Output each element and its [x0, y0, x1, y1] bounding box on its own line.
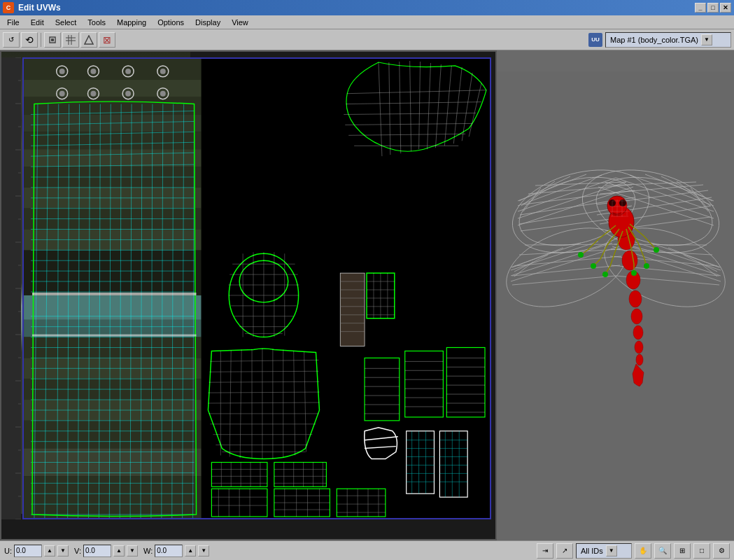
- svg-line-136: [208, 402, 319, 403]
- svg-point-351: [622, 251, 637, 270]
- 3d-viewport[interactable]: [497, 50, 734, 540]
- svg-rect-199: [439, 431, 467, 497]
- map-dropdown[interactable]: Map #1 (body_color.TGA) ▼: [605, 32, 731, 48]
- v-down-button[interactable]: ▼: [127, 545, 138, 556]
- w-label: W:: [143, 547, 153, 555]
- menu-mapping[interactable]: Mapping: [111, 17, 152, 28]
- rotate-tool-button[interactable]: ↗: [556, 543, 573, 559]
- svg-line-144: [240, 349, 241, 458]
- svg-line-196: [365, 437, 398, 440]
- svg-rect-252: [340, 273, 365, 346]
- status-right: ⇥ ↗ All IDs ▼ ✋ 🔍 ⊞ □ ⚙: [537, 543, 730, 559]
- svg-line-197: [365, 447, 396, 449]
- w-down-button[interactable]: ▼: [198, 545, 209, 556]
- w-input[interactable]: [155, 545, 183, 557]
- toolbar-grid-button[interactable]: [62, 32, 79, 48]
- toolbar-undo-button[interactable]: ⟲: [21, 32, 38, 48]
- svg-rect-24: [24, 421, 201, 449]
- menu-display[interactable]: Display: [190, 17, 226, 28]
- allids-dropdown[interactable]: All IDs ▼: [576, 543, 632, 559]
- menu-bar: File Edit Select Tools Mapping Options D…: [0, 15, 734, 29]
- u-label: U:: [4, 547, 12, 555]
- uv-viewport[interactable]: [0, 50, 497, 540]
- map-dropdown-arrow[interactable]: ▼: [701, 34, 712, 46]
- svg-point-363: [591, 264, 595, 268]
- zoom-button[interactable]: 🔍: [654, 543, 671, 559]
- svg-rect-26: [24, 476, 201, 518]
- texture-button[interactable]: □: [693, 543, 710, 559]
- menu-file[interactable]: File: [1, 17, 25, 28]
- svg-point-354: [631, 309, 642, 324]
- options-button[interactable]: ⚙: [713, 543, 730, 559]
- map-name: Map #1 (body_color.TGA): [610, 36, 698, 44]
- move-icon: [48, 35, 57, 45]
- menu-options[interactable]: Options: [152, 17, 190, 28]
- menu-tools[interactable]: Tools: [82, 17, 111, 28]
- toolbar-stop-button[interactable]: ⊠: [99, 32, 115, 48]
- window-title: Edit UVWs: [18, 3, 695, 13]
- toolbar-reset-button[interactable]: ↺: [3, 32, 20, 48]
- svg-line-134: [209, 382, 319, 382]
- svg-rect-243: [274, 462, 327, 486]
- window-controls: _ □ ✕: [695, 3, 731, 13]
- minimize-button[interactable]: _: [695, 3, 706, 13]
- svg-point-36: [59, 91, 65, 97]
- svg-point-42: [160, 91, 166, 97]
- status-bar: U: ▲ ▼ V: ▲ ▼ W: ▲ ▼ ⇥ ↗ All IDs ▼ ✋ 🔍 ⊞…: [0, 540, 734, 560]
- svg-line-133: [209, 371, 318, 372]
- toolbar-divider-1: [41, 33, 41, 47]
- maximize-button[interactable]: □: [707, 3, 719, 13]
- allids-label: All IDs: [581, 547, 603, 555]
- svg-rect-10: [24, 97, 201, 115]
- svg-point-34: [160, 69, 166, 74]
- u-up-button[interactable]: ▲: [44, 545, 55, 556]
- toolbar-snap-button[interactable]: [80, 32, 97, 48]
- svg-point-366: [644, 264, 649, 268]
- map-icon: UU: [588, 33, 602, 47]
- svg-rect-175: [405, 351, 444, 416]
- svg-line-135: [208, 392, 319, 393]
- svg-rect-8: [24, 59, 201, 80]
- u-down-button[interactable]: ▼: [57, 545, 69, 556]
- svg-point-355: [633, 326, 643, 340]
- v-label: V:: [74, 547, 81, 555]
- map-selector: UU Map #1 (body_color.TGA) ▼: [588, 32, 731, 48]
- allids-dropdown-arrow[interactable]: ▼: [606, 545, 617, 556]
- menu-view[interactable]: View: [226, 17, 254, 28]
- svg-line-149: [294, 351, 295, 455]
- app-icon: C: [3, 2, 14, 13]
- svg-rect-198: [407, 431, 435, 493]
- main-content: [0, 50, 734, 540]
- svg-rect-1: [51, 38, 54, 41]
- w-field: W: ▲ ▼: [143, 545, 209, 557]
- svg-line-150: [304, 351, 306, 451]
- svg-rect-98: [32, 335, 197, 337]
- svg-rect-234: [211, 462, 267, 486]
- toolbar-move-button[interactable]: [44, 32, 61, 48]
- svg-rect-97: [32, 293, 197, 295]
- svg-point-357: [636, 354, 643, 365]
- uv-canvas[interactable]: [22, 57, 491, 519]
- u-input[interactable]: [14, 545, 42, 557]
- svg-rect-13: [24, 149, 201, 167]
- svg-point-40: [125, 91, 131, 97]
- toolbar: ↺ ⟲ ⊠ UU Map #1 (body_color.TGA) ▼: [0, 29, 734, 50]
- dragonfly-model: [497, 71, 734, 540]
- svg-point-364: [603, 272, 607, 276]
- snap-icon: [84, 35, 94, 45]
- v-input[interactable]: [83, 545, 111, 557]
- menu-select[interactable]: Select: [50, 17, 83, 28]
- title-bar: C Edit UVWs _ □ ✕: [0, 0, 734, 15]
- svg-rect-174: [365, 358, 400, 420]
- svg-rect-99: [203, 59, 485, 267]
- fit-button[interactable]: ⊞: [674, 543, 691, 559]
- svg-point-32: [125, 69, 131, 74]
- w-up-button[interactable]: ▲: [185, 545, 196, 556]
- svg-point-361: [619, 200, 626, 206]
- menu-edit[interactable]: Edit: [25, 17, 50, 28]
- v-up-button[interactable]: ▲: [113, 545, 125, 556]
- svg-marker-6: [85, 36, 93, 44]
- close-button[interactable]: ✕: [720, 3, 731, 13]
- pan-tool-button[interactable]: ✋: [635, 543, 651, 559]
- move-tool-button[interactable]: ⇥: [537, 543, 553, 559]
